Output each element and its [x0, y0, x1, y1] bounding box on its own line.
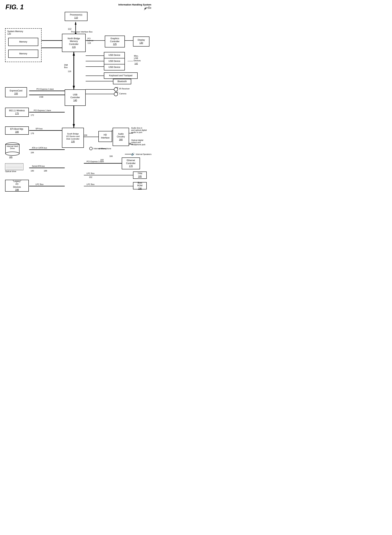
- tpm-label: TPM: [138, 172, 142, 175]
- ir-label: IR Receiver: [119, 88, 130, 90]
- display-num: 130: [140, 42, 143, 44]
- internal-speakers-area: 🔊 Internal Speakers: [131, 152, 151, 156]
- svg-text:DMI: DMI: [64, 64, 68, 66]
- svg-text:PCI Express 1-lane: PCI Express 1-lane: [34, 109, 51, 111]
- svg-text:142: 142: [135, 62, 138, 65]
- south-bridge-box: South Bridge I/O Device and Disk Control…: [62, 128, 84, 148]
- svg-text:184: 184: [31, 152, 34, 154]
- svg-text:168: 168: [100, 159, 103, 161]
- svg-text:118: 118: [88, 42, 91, 44]
- ethernet-label: Ethernet Controller: [126, 159, 135, 165]
- optical-drive-label: Optical drive: [5, 170, 16, 172]
- wireless-box: 802.11 Wireless 175: [5, 108, 29, 117]
- hd-interface-label: HD Interface: [101, 134, 110, 139]
- svg-text:192: 192: [89, 176, 92, 178]
- graphics-num: 125: [113, 43, 117, 46]
- usb-device2-box: USB Device: [104, 58, 125, 64]
- memory2-box: Memory: [8, 50, 38, 58]
- keyboard-trackpad-box: Keyboard and Trackpad: [104, 72, 138, 79]
- north-bridge-label: North Bridge Memory Controller: [68, 37, 80, 46]
- south-bridge-label: South Bridge I/O Device and Disk Control…: [66, 133, 80, 140]
- svg-text:172: 172: [31, 114, 34, 116]
- svg-text:118: 118: [68, 70, 71, 72]
- fig-title: FIG. 1: [5, 3, 24, 11]
- processor-label: Processor(s): [70, 14, 82, 16]
- legacy-io-box: "Legacy" I/O Devices 198: [5, 180, 29, 191]
- hdd-num: 185: [9, 156, 12, 158]
- svg-text:178: 178: [31, 132, 34, 134]
- optical-out-label: Optical digital output and headphone jac…: [131, 139, 157, 146]
- system-number: 100: [148, 7, 151, 9]
- hd-interface-box: HD Interface: [98, 131, 112, 142]
- ethernet-controller-box: Ethernet Controller 170: [122, 158, 140, 169]
- north-bridge-num: 115: [72, 46, 76, 49]
- svg-text:Bus: Bus: [64, 66, 68, 68]
- wireless-label: 802.11 Wireless: [9, 109, 25, 112]
- legacy-num: 198: [15, 188, 19, 191]
- graphics-controller-box: Graphics Controller 125: [105, 36, 125, 48]
- memory1-box: Memory: [8, 38, 38, 46]
- boot-rom-num: 196: [138, 187, 142, 190]
- internal-mic-icon: [89, 147, 93, 150]
- bluetooth-label: Bluetooth: [117, 80, 127, 83]
- display-box: Display 130: [133, 37, 149, 47]
- hard-drive-cylinder: Internal Hard Drive: [5, 142, 20, 157]
- usb-device3-label: USB Device: [108, 66, 120, 69]
- system-label: Information Handling System ↙ 100: [118, 3, 151, 10]
- svg-text:190: 190: [31, 170, 34, 172]
- svg-text:LPC Bus: LPC Bus: [87, 183, 95, 185]
- camera-circle: [114, 92, 118, 96]
- internal-mic-area: Internal Microphone: [89, 147, 111, 150]
- svg-text:PCI Express 1-lane: PCI Express 1-lane: [37, 88, 54, 90]
- audio-line-in-label: Audio line-in and optical digital audio …: [131, 127, 157, 133]
- svg-text:SPI bus: SPI bus: [36, 128, 43, 130]
- svg-text:PCI: PCI: [88, 38, 91, 40]
- optical-drive-icon: [5, 163, 23, 171]
- svg-text:LPC Bus: LPC Bus: [87, 172, 95, 174]
- usb-device2-label: USB Device: [108, 60, 120, 63]
- audio-circuitry-num: 160: [119, 138, 123, 141]
- processor-box: Processor(s) 110: [65, 12, 88, 21]
- svg-text:PCI Express 1-lane: PCI Express 1-lane: [87, 160, 104, 162]
- svg-marker-14: [73, 52, 75, 56]
- system-label-text: Information Handling System: [118, 3, 151, 6]
- efi-box: EFI-Boot Mgr. 180: [5, 126, 29, 135]
- boot-rom-label: Boot ROM: [137, 182, 143, 187]
- north-bridge-box: North Bridge Memory Controller 115: [62, 34, 86, 52]
- arrow-100: ↙: [144, 6, 147, 10]
- svg-marker-30: [73, 124, 75, 128]
- usb-device3-box: USB Device: [104, 64, 125, 70]
- system-memory-label: System Memory 120: [7, 30, 23, 35]
- svg-text:Misc.: Misc.: [134, 55, 139, 57]
- internal-speakers-label: Internal Speakers: [136, 153, 151, 155]
- svg-marker-1: [75, 22, 77, 25]
- expresscard-box: ExpressCard 155: [5, 87, 27, 97]
- audio-circuitry-label: Audio Circuitry: [117, 133, 125, 138]
- memory2-label: Memory: [19, 52, 27, 55]
- svg-text:112: 112: [68, 28, 71, 30]
- tpm-num: 195: [138, 175, 142, 178]
- processor-num: 110: [74, 16, 78, 19]
- svg-text:LPC Bus: LPC Bus: [36, 183, 44, 185]
- usb-controller-label: USB Controller: [70, 93, 80, 99]
- legacy-label: "Legacy" I/O Devices: [13, 180, 21, 188]
- svg-point-76: [5, 152, 19, 155]
- svg-text:Express: Express: [87, 40, 93, 42]
- svg-text:ATA or UATA bus: ATA or UATA bus: [32, 147, 47, 149]
- audio-circuitry-box: Audio Circuitry 160: [113, 128, 129, 146]
- usb-controller-box: USB Controller 140: [65, 89, 86, 106]
- svg-marker-13: [73, 86, 75, 89]
- tpm-box: TPM 195: [133, 172, 147, 179]
- svg-text:158: 158: [84, 134, 87, 136]
- expresscard-num: 155: [14, 92, 18, 95]
- usb-device1-label: USB Device: [108, 54, 120, 57]
- usb-device1-box: USB Device: [104, 52, 125, 58]
- efi-label: EFI-Boot Mgr.: [10, 128, 24, 131]
- bluetooth-box: Bluetooth: [113, 79, 131, 84]
- ethernet-num: 170: [129, 165, 133, 168]
- graphics-label: Graphics Controller: [110, 37, 120, 43]
- display-label: Display: [138, 39, 145, 42]
- svg-text:Serial ATA bus: Serial ATA bus: [32, 165, 45, 167]
- speakers-shape: 🔊: [131, 152, 135, 156]
- boot-rom-box: Boot ROM 196: [133, 182, 147, 189]
